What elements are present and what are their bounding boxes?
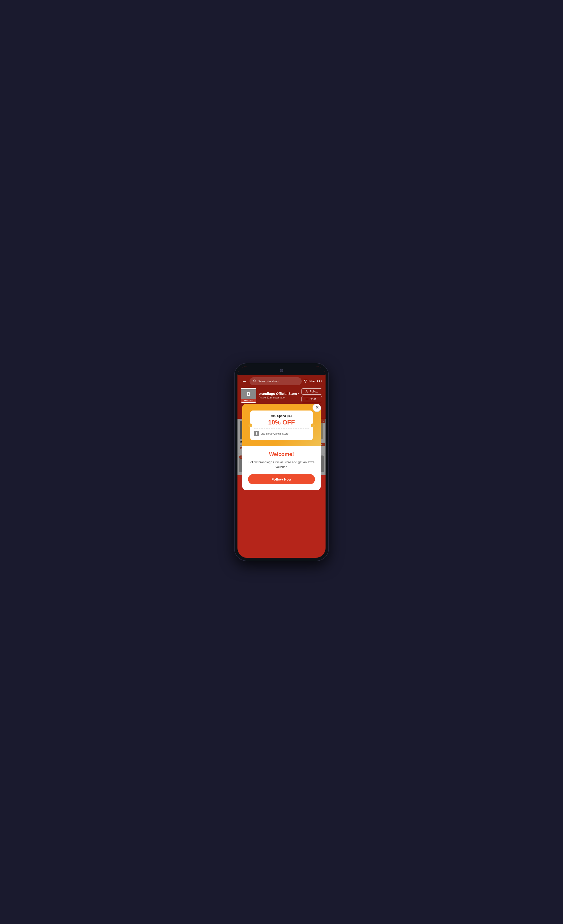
chat-label: Chat <box>310 398 316 401</box>
search-bar[interactable]: Search in shop <box>250 377 302 385</box>
follow-icon <box>305 390 308 393</box>
filter-label: Filter <box>308 380 315 383</box>
camera-notch <box>280 369 283 372</box>
store-logo: B Shopee Mall <box>241 388 256 403</box>
modal-overlay: ✕ Min. Spend $0.1 10% OFF B brandlogo Of… <box>238 418 325 475</box>
svg-marker-2 <box>304 380 307 383</box>
svg-line-1 <box>255 382 256 382</box>
svg-point-3 <box>306 390 307 392</box>
back-button[interactable]: ← <box>241 378 247 385</box>
more-button[interactable]: ••• <box>317 379 322 384</box>
store-details: brandlogo Official Store › Active 12 min… <box>259 392 299 399</box>
follow-label: Follow <box>310 390 318 393</box>
discount-amount-text: 10% OFF <box>254 418 309 426</box>
voucher-store-row: B brandlogo Official Store <box>254 431 309 436</box>
search-placeholder-text: Search in shop <box>258 380 279 383</box>
modal-close-button[interactable]: ✕ <box>313 404 321 412</box>
modal-card: ✕ Min. Spend $0.1 10% OFF B brandlogo Of… <box>242 404 321 490</box>
chat-button[interactable]: Chat <box>301 396 322 402</box>
follow-button[interactable]: Follow <box>301 388 322 394</box>
filter-button[interactable]: Filter <box>304 380 315 383</box>
logo-letter: B <box>247 391 250 397</box>
chat-icon <box>305 398 308 400</box>
min-spend-text: Min. Spend $0.1 <box>254 414 309 418</box>
logo-top: B <box>241 389 256 399</box>
phone-frame: ← Search in shop Filter <box>235 363 328 561</box>
voucher-store-name: brandlogo Official Store <box>261 432 289 435</box>
main-content: brandlogo Trackpants... $110.00 $55.00 b… <box>238 418 325 475</box>
store-info: B Shopee Mall brandlogo Official Store ›… <box>241 388 322 403</box>
voucher-store-logo: B <box>254 431 259 436</box>
notch-bar <box>238 366 325 375</box>
top-bar: ← Search in shop Filter <box>241 377 322 385</box>
welcome-description: Follow brandlogo Official Store and get … <box>248 460 315 469</box>
voucher-divider <box>254 428 309 429</box>
welcome-section: Welcome! Follow brandlogo Official Store… <box>242 446 321 490</box>
follow-now-button[interactable]: Follow Now <box>248 474 315 484</box>
store-name: brandlogo Official Store <box>259 392 297 396</box>
store-chevron-icon: › <box>298 392 299 395</box>
voucher-card: Min. Spend $0.1 10% OFF B brandlogo Offi… <box>250 411 313 440</box>
store-actions: Follow Chat <box>301 388 322 402</box>
search-icon <box>253 379 256 383</box>
store-name-row[interactable]: brandlogo Official Store › <box>259 392 299 396</box>
voucher-section: Min. Spend $0.1 10% OFF B brandlogo Offi… <box>242 404 321 446</box>
store-active-status: Active 12 minutes ago <box>259 396 299 399</box>
phone-screen: ← Search in shop Filter <box>238 366 325 558</box>
svg-point-0 <box>253 380 255 382</box>
shopee-mall-badge: Shopee Mall <box>241 399 256 402</box>
welcome-title: Welcome! <box>248 451 315 458</box>
filter-icon <box>304 380 307 383</box>
